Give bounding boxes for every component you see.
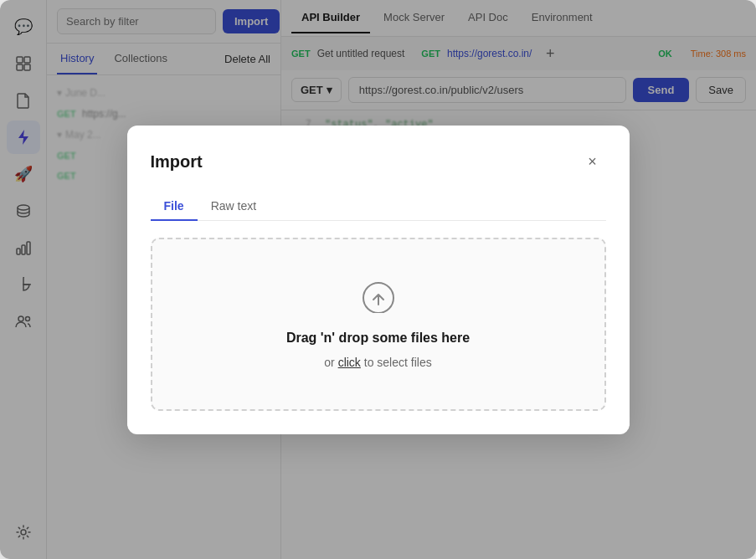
dropzone[interactable]: Drag 'n' drop some files here or click t… [151,238,606,411]
drop-click-link[interactable]: click [338,356,361,369]
modal-header: Import × [151,149,606,176]
modal-tab-raw-text[interactable]: Raw text [198,192,270,221]
drop-sub-prefix: or [324,356,337,369]
dropzone-sub-text: or click to select files [324,356,431,369]
import-modal: Import × File Raw text Drag 'n' drop som… [127,126,630,434]
drop-sub-suffix: to select files [361,356,432,369]
modal-title: Import [151,152,203,172]
upload-icon [360,280,397,321]
modal-overlay[interactable]: Import × File Raw text Drag 'n' drop som… [0,0,756,559]
dropzone-main-text: Drag 'n' drop some files here [286,331,470,346]
modal-tab-file[interactable]: File [151,192,198,221]
app-container: 💬 🚀 [0,0,756,559]
modal-tabs: File Raw text [151,192,606,221]
modal-close-button[interactable]: × [579,149,606,176]
